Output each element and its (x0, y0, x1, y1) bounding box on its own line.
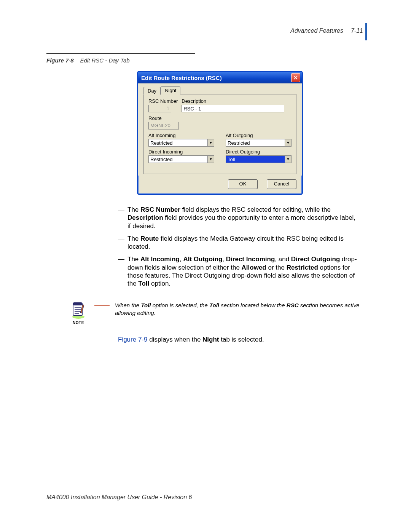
bullet-dash: — (118, 206, 124, 230)
note-connector (94, 305, 110, 306)
text-bold: RSC Number (140, 206, 180, 213)
text-bold: Route (140, 235, 159, 242)
text: The (127, 206, 140, 213)
text: section located below the (219, 302, 287, 308)
text: tab is selected. (219, 336, 264, 343)
label-alt-outgoing: Alt Outgoing (226, 133, 292, 138)
after-note-text: Figure 7-9 displays when the Night tab i… (118, 336, 362, 343)
bullet-dash: — (118, 235, 124, 251)
text-bold: Direct Outgoing (291, 256, 340, 263)
figure-link[interactable]: Figure 7-9 (118, 336, 147, 343)
bullet-dash: — (118, 255, 124, 288)
route-field: MGNI-20 (148, 122, 179, 129)
label-direct-incoming: Direct Incoming (148, 149, 214, 155)
figure-rule (46, 53, 195, 54)
note-block: NOTE When the Toll option is selected, t… (68, 301, 361, 325)
text: , (222, 256, 226, 263)
alt-outgoing-select[interactable]: Restricted ▼ (226, 139, 292, 147)
text-bold: Toll (209, 302, 219, 308)
close-button[interactable]: ✕ (291, 73, 300, 82)
text-bold: Restricted (287, 264, 318, 271)
chevron-down-icon: ▼ (207, 156, 214, 163)
label-route: Route (148, 115, 292, 121)
description-field[interactable] (182, 105, 284, 112)
text: The (127, 256, 140, 263)
figure-label: Figure 7-8 (46, 57, 74, 64)
rsc-number-field: 1 (148, 105, 171, 112)
text: displays when the (147, 336, 202, 343)
text: field displays the Media Gateway circuit… (127, 235, 344, 250)
label-alt-incoming: Alt Incoming (148, 133, 214, 138)
figure-caption: Figure 7-8 Edit RSC - Day Tab (46, 57, 130, 64)
dialog-title: Edit Route Restrictions (RSC) (141, 75, 222, 81)
header-section: Advanced Features (290, 27, 343, 34)
text: or the (266, 264, 287, 271)
alt-incoming-value: Restricted (149, 140, 207, 146)
label-rsc-number: RSC Number (148, 98, 178, 104)
direct-outgoing-value: Toll (226, 156, 285, 163)
dialog-titlebar: Edit Route Restrictions (RSC) ✕ (138, 72, 302, 83)
chevron-down-icon: ▼ (285, 156, 291, 163)
note-label: NOTE (73, 321, 84, 325)
text-bold: Direct Incoming (226, 256, 275, 263)
text: , and (275, 256, 291, 263)
note-text: When the Toll option is selected, the To… (115, 301, 361, 316)
body-text: — The RSC Number field displays the RSC … (118, 206, 358, 292)
chevron-down-icon: ▼ (285, 139, 291, 146)
text: The (127, 235, 140, 242)
text: field displays the RSC selected for edit… (180, 206, 331, 213)
figure-title: Edit RSC - Day Tab (80, 57, 129, 64)
direct-incoming-value: Restricted (149, 156, 207, 163)
header-page-number: 7-11 (351, 27, 363, 34)
label-description: Description (182, 98, 284, 104)
note-icon (70, 301, 87, 319)
tab-night[interactable]: Night (161, 86, 180, 94)
text: option is selected, the (151, 302, 209, 308)
text: option. (149, 280, 170, 287)
edit-rsc-dialog: Edit Route Restrictions (RSC) ✕ Day Nigh… (137, 71, 303, 195)
tab-panel-day: RSC Number 1 Description Route MGNI-20 A… (143, 94, 296, 174)
alt-incoming-select[interactable]: Restricted ▼ (148, 139, 214, 147)
direct-outgoing-select[interactable]: Toll ▼ (226, 155, 292, 163)
text-bold: Toll (141, 302, 151, 308)
ok-button[interactable]: OK (228, 179, 258, 189)
close-icon: ✕ (293, 75, 298, 80)
alt-outgoing-value: Restricted (226, 140, 285, 146)
text-bold: Toll (138, 280, 149, 287)
text-bold: Alt Outgoing (183, 256, 222, 263)
text-bold: Allowed (242, 264, 266, 271)
text-bold: RSC (287, 302, 299, 308)
text: When the (115, 302, 141, 308)
page-footer: MA4000 Installation Manager User Guide -… (46, 494, 192, 501)
label-direct-outgoing: Direct Outgoing (226, 149, 292, 155)
text-bold: Night (202, 336, 219, 343)
chevron-down-icon: ▼ (207, 139, 214, 146)
text-bold: Description (127, 214, 163, 221)
svg-rect-2 (73, 302, 82, 305)
tab-day[interactable]: Day (143, 87, 161, 95)
direct-incoming-select[interactable]: Restricted ▼ (148, 155, 214, 163)
cancel-button[interactable]: Cancel (267, 179, 296, 189)
text-bold: Alt Incoming (140, 256, 180, 263)
header-rule (365, 23, 367, 40)
